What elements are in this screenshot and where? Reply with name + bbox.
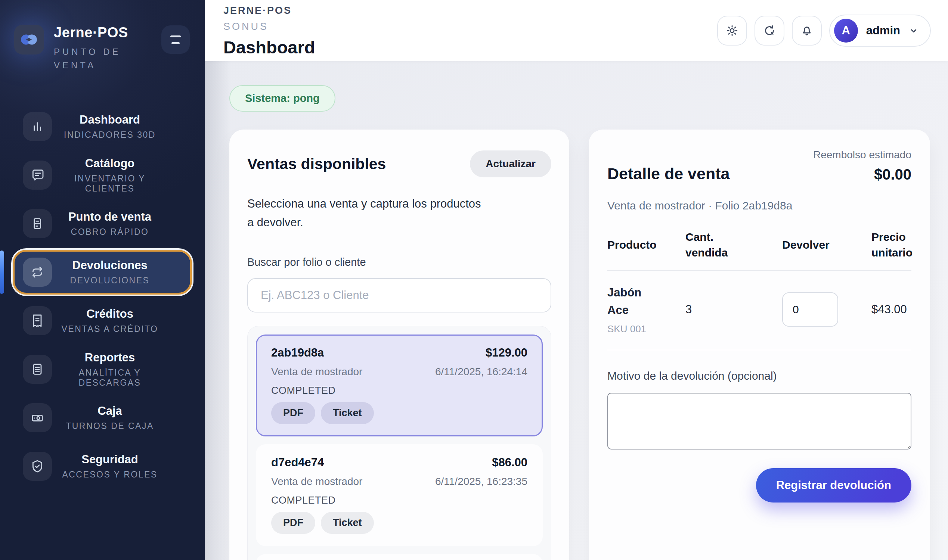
sidebar-item-catalogo[interactable]: Catálogo INVENTARIO Y CLIENTES	[13, 153, 192, 197]
detail-subtitle: Venta de mostrador · Folio 2ab19d8a	[607, 199, 911, 212]
sidebar-item-reportes[interactable]: Reportes ANALÍTICA Y DESCARGAS	[13, 347, 192, 392]
sidebar-item-label: Caja	[52, 404, 168, 418]
receipt-icon	[23, 306, 52, 335]
sidebar-item-sublabel: DEVOLUCIONES	[52, 275, 168, 286]
chevron-down-icon	[908, 25, 919, 36]
sidebar-item-seguridad[interactable]: Seguridad ACCESOS Y ROLES	[13, 444, 192, 489]
main-column: JERNE·POS SONUS Dashboard	[205, 0, 948, 560]
breadcrumb: JERNE·POS SONUS Dashboard	[224, 3, 315, 57]
sync-button[interactable]	[755, 16, 785, 46]
header-actions: A admin	[717, 15, 931, 47]
sidebar-item-sublabel: INDICADORES 30D	[52, 130, 168, 140]
sale-amount: $86.00	[492, 456, 527, 469]
sidebar-item-label: Dashboard	[52, 113, 168, 126]
register-icon	[23, 209, 52, 238]
theme-toggle-button[interactable]	[717, 16, 747, 46]
sidebar-item-label: Reportes	[52, 351, 168, 365]
sale-detail-card: Detalle de venta Reembolso estimado $0.0…	[589, 129, 930, 560]
sidebar-item-sublabel: COBRO RÁPIDO	[52, 227, 168, 237]
sales-list: 2ab19d8a $129.00 Venta de mostrador 6/11…	[247, 326, 551, 560]
sidebar-item-label: Devoluciones	[52, 259, 168, 272]
brand-name: Jerne·POS	[54, 25, 161, 41]
detail-card-title: Detalle de venta	[607, 165, 729, 183]
pdf-button[interactable]: PDF	[271, 402, 315, 424]
content-area: Sistema: pong Ventas disponibles Actuali…	[205, 61, 948, 560]
sale-item[interactable]: 8123639a $43.00 Venta de mostrador 6/11/…	[256, 554, 543, 560]
unit-price: $43.00	[871, 303, 911, 316]
avatar: A	[834, 18, 858, 43]
bell-icon	[800, 24, 814, 37]
header: JERNE·POS SONUS Dashboard	[205, 0, 948, 61]
divider	[607, 350, 911, 350]
cards-row: Ventas disponibles Actualizar Selecciona…	[229, 129, 930, 560]
sidebar-item-sublabel: VENTAS A CRÉDITO	[52, 324, 168, 334]
app-logo[interactable]	[14, 25, 44, 54]
chat-icon	[23, 160, 52, 190]
return-items-table: Producto Cant. vendida Devolver Precio u…	[607, 229, 911, 350]
return-reason-label: Motivo de la devolución (opcional)	[607, 369, 911, 382]
sidebar-item-label: Créditos	[52, 307, 168, 321]
sale-folio: 2ab19d8a	[271, 346, 324, 360]
sidebar-item-sublabel: ANALÍTICA Y DESCARGAS	[52, 368, 168, 388]
sun-icon	[725, 24, 739, 37]
refresh-button[interactable]: Actualizar	[470, 151, 551, 177]
page-title: Dashboard	[224, 37, 315, 57]
swap-arrows-icon	[23, 258, 52, 287]
col-precio-unitario: Precio unitario	[871, 229, 913, 261]
ticket-button[interactable]: Ticket	[321, 512, 374, 534]
sidebar-item-sublabel: TURNOS DE CAJA	[52, 421, 168, 431]
sidebar-item-devoluciones[interactable]: Devoluciones DEVOLUCIONES	[13, 250, 192, 295]
product-name: Jabón Ace	[607, 284, 656, 319]
sidebar-item-label: Seguridad	[52, 453, 168, 466]
sidebar-item-label: Punto de venta	[52, 210, 168, 224]
sidebar-collapse-button[interactable]	[161, 25, 190, 54]
active-item-indicator	[0, 251, 4, 294]
sidebar-item-creditos[interactable]: Créditos VENTAS A CRÉDITO	[13, 298, 192, 343]
breadcrumb-app: JERNE·POS	[224, 5, 315, 17]
sidebar-item-label: Catálogo	[52, 157, 168, 170]
sidebar-item-punto-de-venta[interactable]: Punto de venta COBRO RÁPIDO	[13, 201, 192, 246]
user-menu[interactable]: A admin	[829, 15, 931, 47]
col-devolver: Devolver	[782, 237, 842, 253]
sales-card-description: Selecciona una venta y captura los produ…	[247, 194, 490, 231]
sale-item[interactable]: 2ab19d8a $129.00 Venta de mostrador 6/11…	[256, 334, 543, 437]
return-qty-input[interactable]	[782, 292, 838, 327]
brand-row: Jerne·POS PUNTO DE VENTA	[0, 0, 205, 72]
cash-icon	[23, 403, 52, 432]
sale-amount: $129.00	[486, 346, 527, 360]
breadcrumb-section: SONUS	[224, 21, 315, 32]
user-name: admin	[866, 24, 900, 37]
register-return-button[interactable]: Registrar devolución	[756, 468, 911, 503]
sidebar-item-caja[interactable]: Caja TURNOS DE CAJA	[13, 395, 192, 440]
sale-datetime: 6/11/2025, 16:24:14	[435, 366, 527, 378]
col-producto: Producto	[607, 237, 667, 253]
ticket-button[interactable]: Ticket	[321, 402, 374, 424]
search-input[interactable]	[247, 278, 551, 312]
notifications-button[interactable]	[792, 16, 822, 46]
qty-sold: 3	[685, 303, 777, 316]
sidebar-item-sublabel: INVENTARIO Y CLIENTES	[52, 174, 168, 194]
brand-tagline: PUNTO DE VENTA	[54, 45, 143, 72]
bar-chart-icon	[23, 112, 52, 141]
sidebar-item-dashboard[interactable]: Dashboard INDICADORES 30D	[13, 104, 192, 149]
sale-datetime: 6/11/2025, 16:23:35	[435, 475, 527, 488]
sidebar-item-sublabel: ACCESOS Y ROLES	[52, 470, 168, 480]
sale-item[interactable]: d7ed4e74 $86.00 Venta de mostrador 6/11/…	[256, 444, 543, 546]
brand-text: Jerne·POS PUNTO DE VENTA	[54, 25, 161, 72]
table-header-row: Producto Cant. vendida Devolver Precio u…	[607, 229, 911, 270]
sale-channel: Venta de mostrador	[271, 366, 362, 378]
return-reason-textarea[interactable]	[607, 393, 911, 449]
jerne-pos-logo-icon	[20, 31, 38, 48]
sale-status: COMPLETED	[271, 385, 527, 397]
refund-estimate-label: Reembolso estimado	[813, 149, 911, 161]
pdf-button[interactable]: PDF	[271, 512, 315, 534]
product-sku: SKU 001	[607, 323, 680, 335]
sidebar: Jerne·POS PUNTO DE VENTA Dashboard INDIC…	[0, 0, 205, 560]
sale-channel: Venta de mostrador	[271, 475, 362, 488]
sales-card: Ventas disponibles Actualizar Selecciona…	[229, 129, 569, 560]
table-row: Jabón Ace SKU 001 3 $43.00	[607, 271, 911, 350]
sales-card-title: Ventas disponibles	[247, 155, 386, 173]
refund-estimate-amount: $0.00	[813, 166, 911, 183]
status-badge: Sistema: pong	[229, 85, 335, 112]
shield-icon	[23, 452, 52, 481]
